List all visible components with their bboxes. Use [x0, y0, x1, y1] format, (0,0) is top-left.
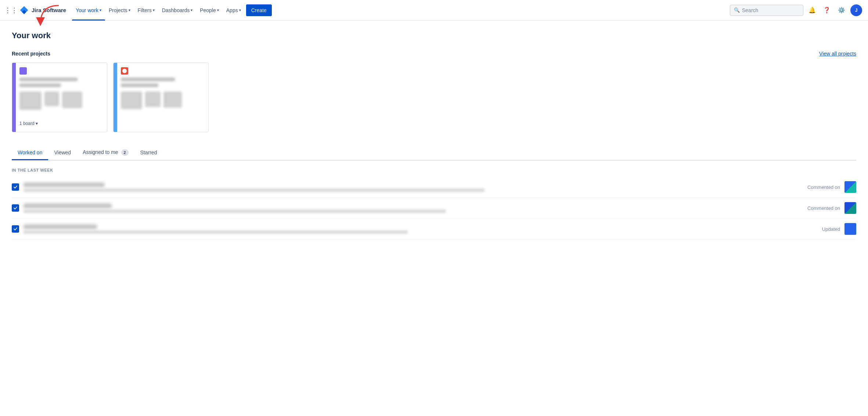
- nav-filters[interactable]: Filters ▾: [134, 0, 158, 21]
- tabs-bar: Worked on Viewed Assigned to me 2 Starre…: [12, 146, 856, 161]
- project-subtitle-blurred: [19, 83, 61, 87]
- work-item-text-blurred: [24, 204, 112, 208]
- nav-your-work[interactable]: Your work ▾: [72, 0, 105, 21]
- project-card[interactable]: [113, 62, 209, 132]
- projects-grid: 1 board ▾: [12, 62, 856, 132]
- help-button[interactable]: ❓: [821, 4, 833, 16]
- nav-apps[interactable]: Apps ▾: [223, 0, 245, 21]
- project-accent: [12, 63, 16, 132]
- project-subtitle-blurred: [121, 83, 158, 87]
- project-footer: 1 board ▾: [19, 119, 102, 128]
- jira-logo-icon: [19, 5, 29, 15]
- work-item-avatar: [844, 223, 856, 235]
- project-title-blurred: [19, 78, 78, 81]
- period-label: IN THE LAST WEEK: [12, 168, 856, 172]
- assigned-badge: 2: [121, 149, 129, 156]
- project-card[interactable]: 1 board ▾: [12, 62, 107, 132]
- checkmark-icon: [13, 206, 18, 210]
- work-item-avatar: [844, 181, 856, 193]
- chevron-down-icon: ▾: [153, 8, 155, 12]
- notifications-button[interactable]: 🔔: [806, 4, 818, 16]
- search-placeholder: Search: [742, 7, 758, 13]
- recent-projects-title: Recent projects: [12, 51, 50, 57]
- logo[interactable]: Jira Software: [19, 5, 66, 15]
- board-label: 1 board ▾: [19, 121, 38, 126]
- work-item-checkbox: [12, 204, 19, 212]
- checkmark-icon: [13, 185, 18, 189]
- nav-right: 🔍 Search 🔔 ❓ ⚙️ J: [730, 4, 862, 16]
- work-item-action: Updated: [796, 226, 840, 232]
- search-box[interactable]: 🔍 Search: [730, 5, 803, 16]
- work-item-subtext-blurred: [24, 189, 485, 192]
- search-icon: 🔍: [734, 7, 740, 13]
- work-item[interactable]: Commented on: [12, 198, 856, 219]
- project-blurred-content: [121, 92, 204, 128]
- chevron-down-icon: ▾: [239, 8, 241, 12]
- work-item[interactable]: Commented on: [12, 177, 856, 198]
- create-button[interactable]: Create: [246, 4, 272, 16]
- nav-projects[interactable]: Projects ▾: [105, 0, 134, 21]
- avatar[interactable]: J: [850, 4, 862, 16]
- work-item-action: Commented on: [796, 205, 840, 211]
- work-item-checkbox: [12, 225, 19, 233]
- main-content: Your work Recent projects View all proje…: [0, 21, 868, 416]
- chevron-down-icon: ▾: [100, 8, 101, 12]
- recent-projects-header: Recent projects View all projects: [12, 51, 856, 57]
- tab-assigned-to-me[interactable]: Assigned to me 2: [77, 146, 134, 161]
- work-item-title: [24, 225, 792, 234]
- work-item-avatar: [844, 202, 856, 214]
- nav-dashboards[interactable]: Dashboards ▾: [158, 0, 197, 21]
- nav-items: Your work ▾ Projects ▾ Filters ▾ Dashboa…: [72, 0, 728, 21]
- work-item-subtext-blurred: [24, 209, 446, 213]
- work-item-text-blurred: [24, 225, 97, 229]
- tab-viewed[interactable]: Viewed: [48, 146, 77, 160]
- chevron-down-icon: ▾: [129, 8, 130, 12]
- nav-people[interactable]: People ▾: [196, 0, 223, 21]
- grid-icon[interactable]: ⋮⋮: [6, 5, 16, 15]
- project-body: 1 board ▾: [12, 63, 107, 132]
- chevron-down-icon: ▾: [191, 8, 192, 12]
- project-accent: [114, 63, 117, 132]
- chevron-down-icon: ▾: [217, 8, 219, 12]
- work-item-text-blurred: [24, 183, 104, 187]
- navbar: ⋮⋮ Jira Software Your work ▾ Projects ▾ …: [0, 0, 868, 21]
- project-title-blurred: [121, 78, 175, 81]
- work-item-checkbox: [12, 183, 19, 191]
- work-item-action: Commented on: [796, 184, 840, 190]
- tab-worked-on[interactable]: Worked on: [12, 146, 48, 160]
- work-item-title: [24, 183, 792, 192]
- work-item-subtext-blurred: [24, 230, 408, 234]
- work-item-title: [24, 204, 792, 213]
- work-item[interactable]: Updated: [12, 219, 856, 240]
- project-body: [114, 63, 208, 132]
- checkmark-icon: [13, 227, 18, 231]
- logo-text: Jira Software: [32, 7, 66, 13]
- tab-starred[interactable]: Starred: [134, 146, 163, 160]
- project-blurred-content: [19, 92, 102, 119]
- page-title: Your work: [12, 31, 856, 40]
- settings-button[interactable]: ⚙️: [836, 4, 847, 16]
- view-all-projects-link[interactable]: View all projects: [819, 51, 856, 57]
